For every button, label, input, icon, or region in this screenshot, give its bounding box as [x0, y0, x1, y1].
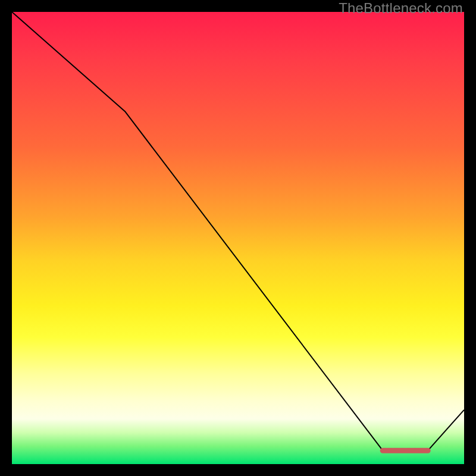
bottleneck-curve — [12, 12, 464, 450]
chart-overlay — [12, 12, 464, 464]
chart-frame: TheBottleneck.com — [0, 0, 476, 476]
watermark-text: TheBottleneck.com — [339, 0, 463, 17]
